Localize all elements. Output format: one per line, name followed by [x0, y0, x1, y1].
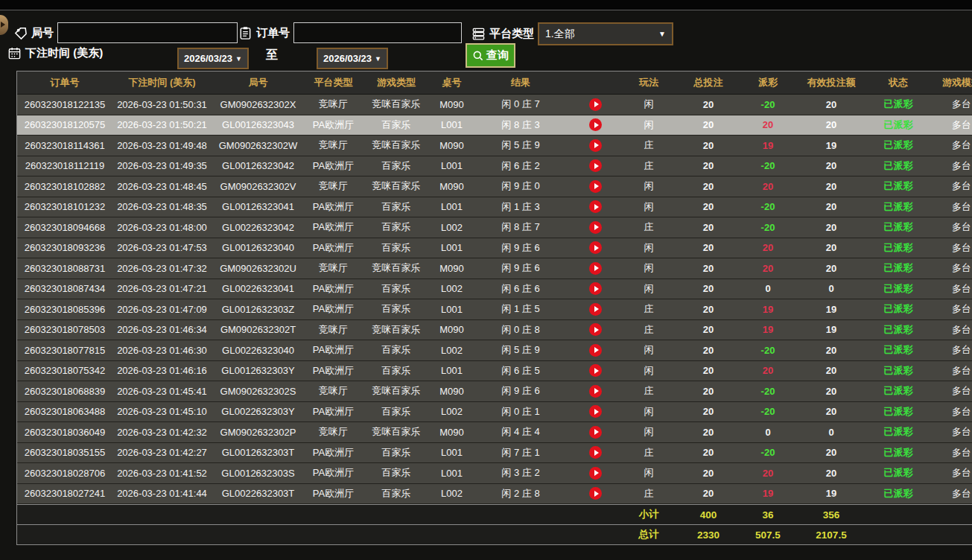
play-video-button[interactable]	[589, 364, 602, 377]
table-row[interactable]: 2603230180688392026-03-23 01:45:41GM0902…	[17, 381, 972, 402]
table-row[interactable]: 2603230180874342026-03-23 01:47:21GL0022…	[17, 279, 972, 300]
play-icon	[594, 142, 599, 148]
table-row[interactable]: 2603230180853962026-03-23 01:47:09GL0012…	[17, 299, 972, 320]
table-row[interactable]: 2603230180287062026-03-23 01:41:52GL0012…	[17, 463, 972, 484]
table-row[interactable]: 2603230180753422026-03-23 01:46:16GL0012…	[17, 361, 972, 382]
valid-bet-cell: 20	[794, 345, 868, 356]
play-video-button[interactable]	[589, 446, 602, 459]
sidebar-expand-tab[interactable]	[0, 15, 8, 35]
play-video-button[interactable]	[589, 467, 602, 480]
play-icon	[594, 163, 599, 169]
play-video-button[interactable]	[589, 426, 602, 439]
table-row[interactable]: 2603230180946682026-03-23 01:48:00GL0022…	[17, 217, 972, 238]
play-video-button[interactable]	[589, 344, 602, 357]
query-button-label: 查询	[486, 48, 509, 63]
game-no-cell: GL0012632303Y	[212, 365, 305, 376]
play-video-button[interactable]	[589, 303, 602, 316]
payout-cell: 19	[742, 304, 794, 315]
order-no-cell: 260323018078503	[17, 324, 112, 335]
video-cell	[568, 446, 623, 459]
date-to-picker[interactable]: 2026/03/23 ▼	[317, 48, 388, 69]
play-video-button[interactable]	[589, 262, 602, 275]
date-to-value: 2026/03/23	[323, 53, 372, 64]
valid-bet-cell: 20	[794, 222, 868, 233]
game-no-cell: GL00226323042	[212, 222, 305, 233]
video-cell	[568, 180, 623, 193]
mode-cell: 多台	[928, 323, 972, 337]
table-row[interactable]: 2603230181143612026-03-23 01:49:48GM0902…	[17, 136, 972, 156]
play-video-button[interactable]	[589, 282, 602, 295]
bet-type-cell: 闲	[623, 364, 675, 378]
mode-cell: 多台	[928, 446, 972, 459]
table-row[interactable]: 2603230180932362026-03-23 01:47:53GL0012…	[17, 238, 972, 259]
query-button[interactable]: 查询	[466, 43, 515, 68]
valid-bet-cell: 20	[794, 468, 868, 479]
play-video-button[interactable]	[589, 487, 602, 500]
game-no-cell: GL00226323040	[212, 345, 305, 356]
bet-type-cell: 庄	[623, 323, 675, 337]
result-cell: 闲 9 庄 6	[473, 241, 568, 255]
game-no-cell: GM0902632302W	[212, 140, 305, 151]
total-bet-cell: 20	[675, 242, 742, 253]
table-no-cell: L001	[431, 365, 473, 376]
bet-type-cell: 庄	[623, 302, 675, 316]
status-cell: 已派彩	[868, 220, 928, 234]
total-bet-cell: 20	[675, 324, 742, 335]
order-no-input[interactable]	[293, 22, 462, 43]
payout-cell: -20	[742, 386, 794, 397]
status-cell: 已派彩	[868, 200, 928, 214]
platform-cell: PA欧洲厅	[305, 159, 362, 173]
video-cell	[568, 139, 623, 152]
play-video-button[interactable]	[589, 385, 602, 398]
payout-cell: -20	[742, 99, 794, 110]
table-row[interactable]: 2603230180785032026-03-23 01:46:34GM0902…	[17, 320, 972, 341]
table-row[interactable]: 2603230180634882026-03-23 01:45:10GL0022…	[17, 402, 972, 423]
server-stack-icon	[471, 27, 486, 41]
play-video-button[interactable]	[589, 159, 602, 172]
table-row[interactable]: 2603230180272412026-03-23 01:41:44GL0022…	[17, 484, 972, 505]
table-row[interactable]: 2603230180360492026-03-23 01:42:32GM0902…	[17, 422, 972, 443]
table-row[interactable]: 2603230181012322026-03-23 01:48:35GL0012…	[17, 197, 972, 218]
table-row[interactable]: 2603230181221352026-03-23 01:50:31GM0902…	[17, 95, 972, 115]
game-no-cell: GM0902632302X	[212, 99, 305, 110]
valid-bet-cell: 20	[794, 263, 868, 274]
order-no-filter: 订单号	[238, 22, 462, 43]
bet-type-cell: 闲	[623, 118, 675, 132]
game-no-cell: GL0022632303Y	[212, 406, 305, 417]
play-video-button[interactable]	[589, 118, 602, 131]
table-row[interactable]: 2603230181028822026-03-23 01:48:45GM0902…	[17, 176, 972, 197]
play-video-button[interactable]	[589, 241, 602, 254]
platform-cell: PA欧洲厅	[305, 220, 362, 234]
table-row[interactable]: 2603230180351552026-03-23 01:42:27GL0012…	[17, 443, 972, 464]
status-cell: 已派彩	[868, 384, 928, 398]
header-payout: 派彩	[742, 76, 794, 89]
play-video-button[interactable]	[589, 98, 602, 111]
table-row[interactable]: 2603230180887312026-03-23 01:47:32GM0902…	[17, 258, 972, 279]
play-video-button[interactable]	[589, 180, 602, 193]
play-video-button[interactable]	[589, 221, 602, 234]
search-icon	[472, 50, 484, 62]
bet-type-cell: 庄	[623, 159, 675, 173]
game-no-input[interactable]	[57, 22, 238, 43]
table-row[interactable]: 2603230181205752026-03-23 01:50:21GL0012…	[17, 115, 972, 136]
play-video-button[interactable]	[589, 323, 602, 336]
platform-type-select[interactable]: 1.全部 ▼	[538, 22, 673, 45]
table-no-cell: L001	[431, 201, 473, 212]
play-video-button[interactable]	[589, 405, 602, 418]
payout-cell: 0	[742, 427, 794, 438]
table-row[interactable]: 2603230181121192026-03-23 01:49:35GL0012…	[17, 156, 972, 177]
bet-time-filter: 下注时间 (美东)	[7, 46, 103, 60]
bet-type-cell: 庄	[623, 384, 675, 398]
subtotal-total-bet: 400	[675, 509, 742, 521]
game-type-cell: 竞咪百家乐	[362, 384, 431, 398]
table-no-cell: L002	[431, 406, 473, 417]
result-cell: 闲 6 庄 5	[473, 364, 568, 378]
result-cell: 闲 9 庄 6	[473, 384, 568, 398]
date-from-picker[interactable]: 2026/03/23 ▼	[177, 48, 249, 69]
header-status: 状态	[868, 76, 928, 89]
play-video-button[interactable]	[589, 139, 602, 152]
order-no-cell: 260323018120575	[17, 119, 112, 130]
table-row[interactable]: 2603230180778152026-03-23 01:46:30GL0022…	[17, 340, 972, 361]
mode-cell: 多台	[928, 487, 972, 500]
play-video-button[interactable]	[589, 200, 602, 213]
